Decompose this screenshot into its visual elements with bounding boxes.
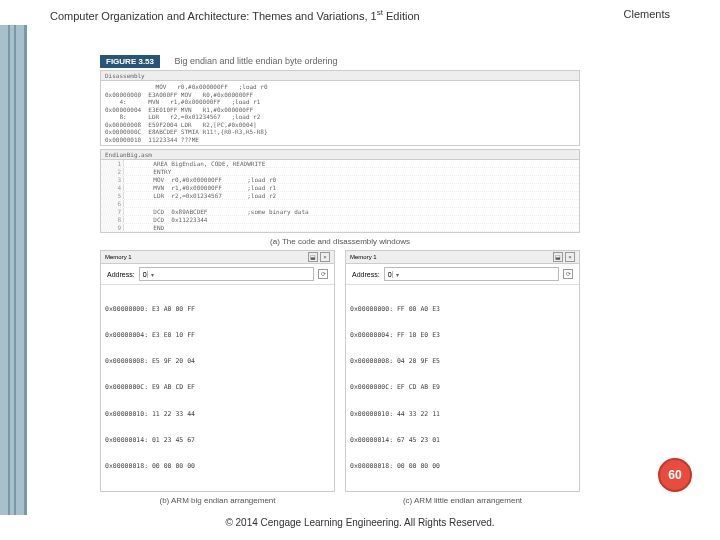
close-icon[interactable]: × (565, 252, 575, 262)
asm-line: 0x00000004 E3E010FF MVN R1,#0x000000FF (101, 106, 579, 114)
book-title: Computer Organization and Architecture: … (50, 8, 420, 22)
asm-line: MOV r0,#0x000000FF ;load r0 (101, 83, 579, 91)
code-text: AREA BigEndian, CODE, READWRITE (124, 160, 579, 167)
disassembly-panel: Disassembly MOV r0,#0x000000FF ;load r0 … (100, 70, 580, 146)
line-num: 6 (101, 200, 124, 207)
go-icon[interactable]: ⟳ (318, 269, 328, 279)
code-header: EndianBig.asm (101, 150, 579, 160)
line-num: 5 (101, 192, 124, 199)
asm-line: 0x00000008 E59F2004 LDR R2,[PC,#0x0004] (101, 121, 579, 129)
pin-icon[interactable]: ⬓ (308, 252, 318, 262)
code-text: LDR r2,=0x01234567 ;load r2 (124, 192, 579, 199)
address-input[interactable]: 0▾ (139, 267, 314, 281)
memory-titlebar: Memory 1 ⬓ × (101, 251, 334, 264)
caption-b: (b) ARM big endian arrangement (100, 496, 335, 505)
code-row: 9 END (101, 224, 579, 232)
title-edition: Edition (383, 10, 420, 22)
figure-title: Big endian and little endian byte orderi… (174, 56, 337, 66)
code-row: 7 DCD 0x89ABCDEF ;some binary data (101, 208, 579, 216)
page-number-badge: 60 (658, 458, 692, 492)
memory-left-panel: Memory 1 ⬓ × Address: 0▾ ⟳ 0x00000000: E… (100, 250, 335, 492)
asm-line: 0x00000000 E3A000FF MOV R0,#0x000000FF (101, 91, 579, 99)
asm-line: 4: MVN r1,#0x000000FF ;load r1 (101, 98, 579, 106)
memory-titlebar: Memory 1 ⬓ × (346, 251, 579, 264)
memory-captions: (b) ARM big endian arrangement (c) ARM l… (100, 492, 580, 509)
asm-line: 0x0000000C E8ABCDEF STMIA R11!,{R0-R3,R5… (101, 128, 579, 136)
mem-line: 0x00000000: FF 00 A0 E3 (350, 305, 575, 314)
code-text: ENTRY (124, 168, 579, 175)
pin-icon[interactable]: ⬓ (553, 252, 563, 262)
code-text: DCD 0x89ABCDEF ;some binary data (124, 208, 579, 215)
line-num: 4 (101, 184, 124, 191)
memory-title: Memory 1 (350, 254, 377, 260)
code-row: 6 (101, 200, 579, 208)
line-num: 3 (101, 176, 124, 183)
mem-line: 0x00000010: 44 33 22 11 (350, 410, 575, 419)
code-body: 1 AREA BigEndian, CODE, READWRITE 2 ENTR… (101, 160, 579, 232)
caption-c: (c) ARM little endian arrangement (345, 496, 580, 505)
code-row: 5 LDR r2,=0x01234567 ;load r2 (101, 192, 579, 200)
code-text: MOV r0,#0x000000FF ;load r0 (124, 176, 579, 183)
code-row: 3 MOV r0,#0x000000FF ;load r0 (101, 176, 579, 184)
mem-line: 0x00000010: 11 22 33 44 (105, 410, 330, 419)
close-icon[interactable]: × (320, 252, 330, 262)
address-label: Address: (107, 271, 135, 278)
memory-row: Memory 1 ⬓ × Address: 0▾ ⟳ 0x00000000: E… (100, 250, 580, 492)
line-num: 1 (101, 160, 124, 167)
line-num: 7 (101, 208, 124, 215)
line-num: 8 (101, 216, 124, 223)
go-icon[interactable]: ⟳ (563, 269, 573, 279)
address-input[interactable]: 0▾ (384, 267, 559, 281)
asm-line: 0x00000010 11223344 ???ME (101, 136, 579, 144)
disassembly-header: Disassembly (101, 71, 579, 81)
mem-line: 0x00000018: 00 00 00 00 (350, 462, 575, 471)
code-panel: EndianBig.asm 1 AREA BigEndian, CODE, RE… (100, 149, 580, 233)
copyright-footer: © 2014 Cengage Learning Engineering. All… (0, 517, 720, 528)
mem-line: 0x00000000: E3 A0 00 FF (105, 305, 330, 314)
mem-line: 0x00000014: 01 23 45 67 (105, 436, 330, 445)
code-row: 1 AREA BigEndian, CODE, READWRITE (101, 160, 579, 168)
code-text: DCD 0x11223344 (124, 216, 579, 223)
memory-toolbar: ⬓ × (553, 252, 575, 262)
page-number: 60 (668, 468, 681, 482)
code-row: 8 DCD 0x11223344 (101, 216, 579, 224)
memory-address-row: Address: 0▾ ⟳ (346, 264, 579, 285)
code-row: 4 MVN r1,#0x000000FF ;load r1 (101, 184, 579, 192)
code-text (124, 200, 579, 207)
mem-line: 0x00000014: 67 45 23 01 (350, 436, 575, 445)
memory-right-body: 0x00000000: FF 00 A0 E3 0x00000004: FF 1… (346, 285, 579, 491)
dropdown-icon[interactable]: ▾ (147, 271, 158, 278)
mem-line: 0x00000004: E3 E0 10 FF (105, 331, 330, 340)
dropdown-icon[interactable]: ▾ (392, 271, 403, 278)
code-text: MVN r1,#0x000000FF ;load r1 (124, 184, 579, 191)
memory-title: Memory 1 (105, 254, 132, 260)
side-accent (0, 25, 27, 515)
memory-toolbar: ⬓ × (308, 252, 330, 262)
code-text: END (124, 224, 579, 231)
mem-line: 0x00000018: 00 00 00 00 (105, 462, 330, 471)
memory-address-row: Address: 0▾ ⟳ (101, 264, 334, 285)
disassembly-body: MOV r0,#0x000000FF ;load r0 0x00000000 E… (101, 81, 579, 145)
title-text: Computer Organization and Architecture: … (50, 10, 377, 22)
mem-line: 0x00000004: FF 10 E0 E3 (350, 331, 575, 340)
mem-line: 0x00000008: E5 9F 20 04 (105, 357, 330, 366)
mem-line: 0x00000008: 04 20 9F E5 (350, 357, 575, 366)
author: Clements (624, 8, 670, 22)
memory-left-body: 0x00000000: E3 A0 00 FF 0x00000004: E3 E… (101, 285, 334, 491)
line-num: 9 (101, 224, 124, 231)
mem-line: 0x0000000C: EF CD AB E9 (350, 383, 575, 392)
line-num: 2 (101, 168, 124, 175)
slide-header: Computer Organization and Architecture: … (50, 8, 670, 22)
mem-line: 0x0000000C: E9 AB CD EF (105, 383, 330, 392)
caption-a: (a) The code and disassembly windows (100, 237, 580, 246)
address-label: Address: (352, 271, 380, 278)
code-row: 2 ENTRY (101, 168, 579, 176)
memory-right-panel: Memory 1 ⬓ × Address: 0▾ ⟳ 0x00000000: F… (345, 250, 580, 492)
asm-line: 8: LDR r2,=0x01234567 ;load r2 (101, 113, 579, 121)
figure: FIGURE 3.53 Big endian and little endian… (100, 50, 580, 509)
figure-label: FIGURE 3.53 (100, 55, 160, 68)
